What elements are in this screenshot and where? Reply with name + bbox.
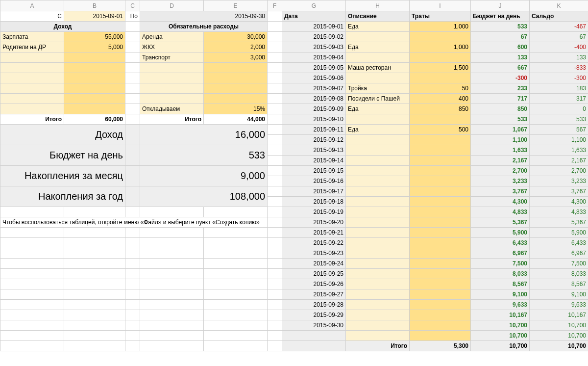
- blank[interactable]: [125, 331, 140, 341]
- income-name[interactable]: [0, 63, 64, 73]
- income-name[interactable]: [0, 83, 64, 94]
- blank[interactable]: [204, 300, 268, 310]
- col-header[interactable]: C: [125, 0, 140, 11]
- daily-desc[interactable]: [346, 32, 410, 42]
- blank[interactable]: [268, 104, 282, 114]
- income-amount[interactable]: [64, 73, 125, 83]
- daily-budget[interactable]: 6,967: [471, 248, 530, 259]
- daily-spend[interactable]: [410, 269, 471, 279]
- daily-date[interactable]: 2015-09-13: [282, 145, 346, 156]
- blank[interactable]: [268, 166, 282, 176]
- daily-saldo[interactable]: 8,567: [530, 279, 588, 289]
- blank[interactable]: [268, 52, 282, 63]
- blank[interactable]: [64, 320, 125, 331]
- income-name[interactable]: Зарплата: [0, 32, 64, 42]
- label-to[interactable]: По: [125, 11, 140, 22]
- daily-saldo[interactable]: 67: [530, 32, 588, 42]
- daily-desc[interactable]: [346, 156, 410, 166]
- blank[interactable]: [268, 32, 282, 42]
- blank[interactable]: [140, 248, 204, 259]
- daily-date[interactable]: 2015-09-16: [282, 176, 346, 186]
- blank[interactable]: [0, 310, 64, 320]
- daily-desc[interactable]: [346, 259, 410, 269]
- summary-value[interactable]: 533: [140, 145, 268, 166]
- daily-budget[interactable]: 8,033: [471, 269, 530, 279]
- expense-amount[interactable]: 3,000: [204, 52, 268, 63]
- daily-saldo[interactable]: 3,767: [530, 186, 588, 197]
- daily-spend[interactable]: [410, 289, 471, 300]
- daily-saldo[interactable]: 6,433: [530, 238, 588, 248]
- totals-right-spend[interactable]: 5,300: [410, 341, 471, 351]
- daily-spend[interactable]: [410, 279, 471, 289]
- daily-spend[interactable]: [410, 310, 471, 320]
- blank[interactable]: [125, 207, 140, 217]
- blank[interactable]: [268, 83, 282, 94]
- daily-desc[interactable]: [346, 279, 410, 289]
- blank[interactable]: [125, 125, 140, 145]
- spreadsheet[interactable]: A B C D E F G H I J K С2015-09-01По2015-…: [0, 0, 588, 351]
- summary-label[interactable]: Накопления за год: [0, 186, 125, 207]
- blank[interactable]: [140, 300, 204, 310]
- blank[interactable]: [125, 63, 140, 73]
- daily-budget[interactable]: 2,700: [471, 166, 530, 176]
- daily-budget[interactable]: 3,767: [471, 186, 530, 197]
- blank[interactable]: [282, 341, 346, 351]
- blank[interactable]: [268, 22, 282, 32]
- daily-date[interactable]: 2015-09-15: [282, 166, 346, 176]
- label-from[interactable]: С: [0, 11, 64, 22]
- daily-desc[interactable]: [346, 238, 410, 248]
- daily-desc[interactable]: [346, 166, 410, 176]
- daily-desc[interactable]: Тройка: [346, 83, 410, 94]
- daily-date[interactable]: 2015-09-10: [282, 114, 346, 125]
- daily-budget[interactable]: 1,067: [471, 125, 530, 135]
- blank[interactable]: [125, 114, 140, 125]
- blank[interactable]: [125, 186, 140, 207]
- col-header[interactable]: J: [471, 0, 530, 11]
- header-budget[interactable]: Бюджет на день: [471, 11, 530, 22]
- daily-budget[interactable]: 7,500: [471, 259, 530, 269]
- blank[interactable]: [204, 238, 268, 248]
- daily-desc[interactable]: Еда: [346, 22, 410, 32]
- blank[interactable]: [140, 228, 204, 238]
- blank[interactable]: [64, 310, 125, 320]
- blank[interactable]: [125, 83, 140, 94]
- daily-date[interactable]: 2015-09-06: [282, 73, 346, 83]
- income-title[interactable]: Доход: [0, 22, 125, 32]
- daily-spend[interactable]: [410, 135, 471, 145]
- blank[interactable]: [204, 228, 268, 238]
- daily-date[interactable]: 2015-09-09: [282, 104, 346, 114]
- daily-saldo[interactable]: 10,700: [530, 320, 588, 331]
- daily-date[interactable]: [282, 331, 346, 341]
- daily-budget[interactable]: 9,100: [471, 289, 530, 300]
- blank[interactable]: [268, 279, 282, 289]
- income-total-label[interactable]: Итого: [0, 114, 64, 125]
- daily-saldo[interactable]: 1,633: [530, 145, 588, 156]
- daily-saldo[interactable]: 133: [530, 52, 588, 63]
- daily-date[interactable]: 2015-09-08: [282, 94, 346, 104]
- blank[interactable]: [268, 269, 282, 279]
- daily-desc[interactable]: [346, 289, 410, 300]
- col-header[interactable]: K: [530, 0, 588, 11]
- expense-name[interactable]: [140, 73, 204, 83]
- daily-saldo[interactable]: 6,967: [530, 248, 588, 259]
- daily-date[interactable]: 2015-09-17: [282, 186, 346, 197]
- header-spend[interactable]: Траты: [410, 11, 471, 22]
- blank[interactable]: [64, 259, 125, 269]
- header-saldo[interactable]: Сальдо: [530, 11, 588, 22]
- daily-desc[interactable]: [346, 114, 410, 125]
- blank[interactable]: [268, 42, 282, 52]
- summary-label[interactable]: Накопления за месяц: [0, 166, 125, 186]
- expense-name[interactable]: [140, 94, 204, 104]
- daily-date[interactable]: 2015-09-23: [282, 248, 346, 259]
- blank[interactable]: [0, 331, 64, 341]
- daily-saldo[interactable]: 10,700: [530, 331, 588, 341]
- daily-spend[interactable]: [410, 145, 471, 156]
- daily-date[interactable]: 2015-09-11: [282, 125, 346, 135]
- blank[interactable]: [268, 135, 282, 145]
- blank[interactable]: [0, 207, 64, 217]
- daily-spend[interactable]: [410, 207, 471, 217]
- blank[interactable]: [140, 238, 204, 248]
- income-name[interactable]: Родители на ДР: [0, 42, 64, 52]
- daily-date[interactable]: 2015-09-27: [282, 289, 346, 300]
- blank[interactable]: [125, 300, 140, 310]
